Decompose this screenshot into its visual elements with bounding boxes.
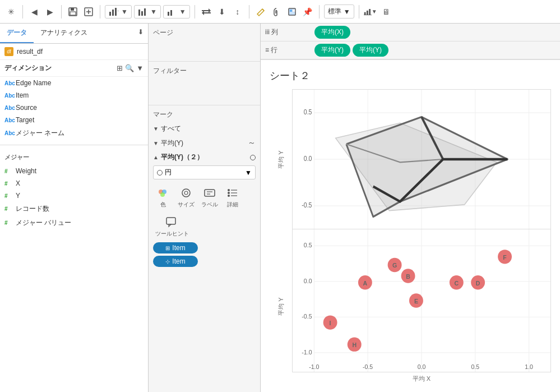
- svg-text:0.5: 0.5: [471, 363, 480, 370]
- field-name: Item: [16, 91, 29, 99]
- field-x[interactable]: # X: [0, 177, 148, 190]
- field-record-count[interactable]: # レコード数: [0, 202, 148, 216]
- row-shelf: ≡ 行 平均(Y) 平均(Y): [261, 41, 560, 59]
- middle-panel: ページ フィルター マーク ▼ すべて ▼ 平均(Y) ～: [149, 24, 261, 392]
- field-type-icon: #: [4, 206, 12, 212]
- col-pills: 平均(X): [314, 26, 556, 39]
- shape-selector: 円 ▼: [153, 165, 256, 179]
- detail-button[interactable]: 詳細: [223, 184, 243, 211]
- chart-with-axes: 平均 Y 平均 Y: [270, 89, 551, 383]
- pill-row-2: ⊹ Item: [153, 256, 256, 267]
- swap-button[interactable]: [200, 5, 213, 19]
- svg-text:0.0: 0.0: [304, 278, 312, 284]
- tab-data[interactable]: データ: [0, 24, 34, 43]
- dimension-label: ディメンション: [4, 63, 52, 73]
- toolbar: ✳ ◀ ▶ ▼ ▼ ▼ ⬇ ↕ 📌 標準 ▼ ▼ �: [0, 0, 560, 24]
- svg-rect-21: [369, 9, 371, 15]
- svg-point-26: [182, 189, 190, 197]
- pen-icon[interactable]: [254, 5, 267, 19]
- svg-text:I: I: [330, 320, 331, 326]
- field-measure-value[interactable]: # メジャー バリュー: [0, 216, 148, 230]
- color-button[interactable]: 色: [153, 184, 173, 211]
- svg-text:0.5: 0.5: [304, 242, 312, 248]
- more-icon[interactable]: ▼: [136, 64, 144, 72]
- grid-icon[interactable]: ⊞: [117, 64, 123, 72]
- svg-rect-2: [70, 12, 76, 15]
- svg-rect-19: [364, 12, 365, 15]
- row-pill-avg-y-1[interactable]: 平均(Y): [314, 44, 350, 57]
- chart-type-button-1[interactable]: ▼: [105, 5, 132, 19]
- circle-shape-icon: [157, 170, 163, 176]
- shape-label: 円: [165, 168, 172, 177]
- y-axis-bottom-text: 平均 Y: [277, 297, 285, 315]
- sep2: [61, 5, 62, 19]
- field-type-icon: #: [4, 181, 12, 187]
- row-pill-avg-y-2[interactable]: 平均(Y): [353, 44, 388, 57]
- svg-point-31: [228, 189, 230, 191]
- back-button[interactable]: ◀: [27, 5, 41, 19]
- bottom-chart[interactable]: 0.5 0.0 -0.5 -1.0 -1.0 -0.5 0.0 0.5 1.0: [292, 229, 551, 372]
- field-source[interactable]: Abc Source: [0, 102, 148, 114]
- marks-avgy-row[interactable]: ▼ 平均(Y) ～: [153, 137, 256, 149]
- marks-avgy-label: 平均(Y): [161, 139, 183, 148]
- svg-rect-13: [168, 12, 169, 16]
- frame-icon[interactable]: [285, 5, 299, 19]
- forward-button[interactable]: ▶: [43, 5, 57, 19]
- field-measure-name[interactable]: Abc メジャー ネーム: [0, 126, 148, 140]
- sort-button[interactable]: ⬇: [215, 5, 229, 19]
- field-type-icon: #: [4, 193, 12, 199]
- marks-all-row[interactable]: ▼ すべて: [153, 123, 256, 135]
- label-button[interactable]: ラベル: [199, 184, 220, 211]
- page-area[interactable]: [153, 40, 256, 57]
- svg-text:1.0: 1.0: [525, 363, 533, 370]
- paperclip-icon[interactable]: [270, 5, 283, 19]
- label-label: ラベル: [201, 201, 218, 209]
- charts-wrapper: 0.5 0.0 -0.5: [292, 89, 551, 383]
- main-layout: データ アナリティクス ⬇ df result_df ディメンション ⊞ 🔍 ▼…: [0, 24, 560, 392]
- color-icon: [155, 186, 171, 200]
- standard-label: 標準: [328, 7, 341, 16]
- search-icon[interactable]: 🔍: [125, 64, 134, 72]
- col-pill-avg-x[interactable]: 平均(X): [314, 26, 350, 39]
- chart-type-button-3[interactable]: ▼: [163, 5, 190, 19]
- sep7: [359, 5, 359, 19]
- chart-icon[interactable]: ▼: [364, 5, 377, 19]
- save-button[interactable]: [66, 5, 80, 19]
- shelf-area: iii 列 平均(X) ≡ 行 平均(Y) 平均(Y): [261, 24, 560, 60]
- pill-row-1: ⊞ Item: [153, 242, 256, 253]
- tooltip-button[interactable]: ツールヒント: [153, 213, 191, 240]
- standard-dropdown[interactable]: 標準 ▼: [324, 4, 354, 19]
- field-type-icon: Abc: [4, 93, 12, 99]
- tab-analytics[interactable]: アナリティクス: [34, 24, 94, 43]
- tooltip-label: ツールヒント: [155, 230, 189, 238]
- svg-rect-8: [115, 8, 117, 16]
- top-chart[interactable]: 0.5 0.0 -0.5: [292, 89, 551, 229]
- pill-label-2: Item: [172, 257, 185, 265]
- y-axis-container: 平均 Y 平均 Y: [270, 89, 292, 383]
- chart-type-button-2[interactable]: ▼: [134, 5, 161, 19]
- add-datasource-button[interactable]: [82, 5, 95, 19]
- x-axis-label: 平均 X: [292, 375, 551, 383]
- pin-icon[interactable]: 📌: [301, 5, 314, 19]
- pill-item-2[interactable]: ⊹ Item: [153, 256, 198, 267]
- filter-area[interactable]: [153, 78, 256, 100]
- field-weight[interactable]: # Weight: [0, 165, 148, 177]
- screen-icon[interactable]: 🖥: [379, 5, 393, 19]
- svg-rect-20: [366, 10, 368, 15]
- row-label: ≡ 行: [265, 45, 310, 55]
- size-button[interactable]: サイズ: [175, 184, 197, 211]
- tab-dropdown[interactable]: ⬇: [133, 24, 148, 43]
- field-target[interactable]: Abc Target: [0, 114, 148, 126]
- field-edge-name[interactable]: Abc Edge Name: [0, 77, 148, 89]
- field-name: レコード数: [16, 204, 49, 214]
- marks-avgy2-row[interactable]: ▲ 平均(Y)（２）: [153, 151, 256, 163]
- field-y[interactable]: # Y: [0, 190, 148, 202]
- field-item[interactable]: Abc Item: [0, 89, 148, 102]
- pill-item-1[interactable]: ⊞ Item: [153, 242, 198, 253]
- label-icon: [202, 186, 217, 200]
- data-source-row[interactable]: df result_df: [0, 44, 148, 60]
- sort-button2[interactable]: ↕: [231, 5, 244, 19]
- shape-select-dropdown[interactable]: 円 ▼: [153, 165, 256, 179]
- svg-rect-14: [170, 10, 172, 16]
- sep4: [195, 5, 195, 19]
